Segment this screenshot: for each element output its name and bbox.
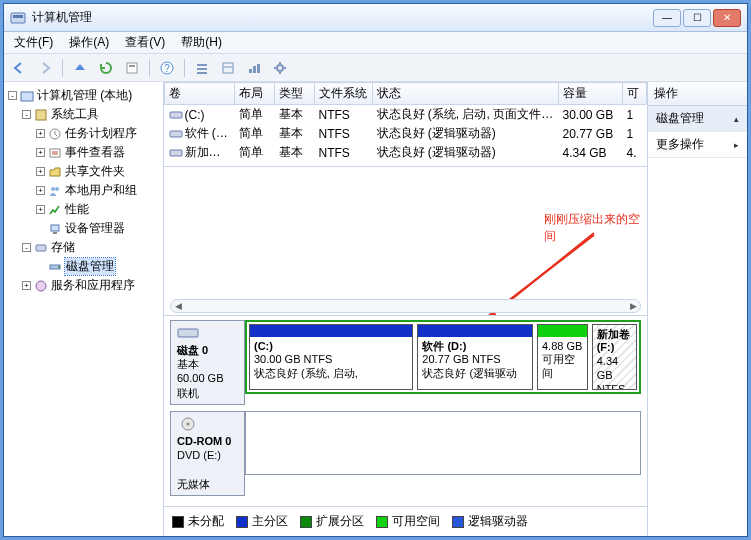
up-icon[interactable]	[71, 59, 89, 77]
close-button[interactable]: ✕	[713, 9, 741, 27]
tree-root[interactable]: -计算机管理 (本地)	[6, 86, 161, 105]
svg-point-20	[55, 187, 59, 191]
legend-extended: 扩展分区	[300, 513, 364, 530]
horizontal-scrollbar[interactable]: ◀ ▶	[170, 299, 641, 313]
window-buttons: — ☐ ✕	[653, 9, 741, 27]
partition-f[interactable]: 新加卷 (F:) 4.34 GB NTFS 状态良好 (逻辑驱	[592, 324, 637, 390]
app-window: 计算机管理 — ☐ ✕ 文件(F) 操作(A) 查看(V) 帮助(H) ? -计…	[3, 3, 748, 537]
minimize-button[interactable]: —	[653, 9, 681, 27]
tree-event-viewer[interactable]: +事件查看器	[34, 143, 161, 162]
collapse-icon: ▴	[734, 114, 739, 124]
toolbar-sep3	[184, 59, 185, 77]
settings-icon[interactable]	[271, 59, 289, 77]
cdrom-row[interactable]: CD-ROM 0 DVD (E:) 无媒体	[170, 411, 641, 496]
menu-action[interactable]: 操作(A)	[63, 32, 115, 53]
partition-d[interactable]: 软件 (D:) 20.77 GB NTFS 状态良好 (逻辑驱动	[417, 324, 533, 390]
menu-help[interactable]: 帮助(H)	[175, 32, 228, 53]
forward-icon[interactable]	[36, 59, 54, 77]
svg-rect-35	[178, 329, 198, 337]
scroll-left-icon[interactable]: ◀	[171, 301, 185, 311]
svg-rect-9	[223, 63, 233, 73]
volume-header-row: 卷 布局 类型 文件系统 状态 容量 可	[165, 83, 647, 105]
chevron-right-icon: ▸	[734, 140, 739, 150]
tree-services-apps[interactable]: +服务和应用程序	[20, 276, 161, 295]
actions-header: 操作	[648, 82, 747, 106]
col-free[interactable]: 可	[623, 83, 647, 105]
legend-logical: 逻辑驱动器	[452, 513, 528, 530]
svg-rect-21	[51, 225, 59, 231]
svg-point-25	[58, 266, 60, 268]
svg-rect-22	[53, 232, 57, 234]
tree-performance[interactable]: +性能	[34, 200, 161, 219]
tree-task-scheduler[interactable]: +任务计划程序	[34, 124, 161, 143]
tree-disk-management[interactable]: 磁盘管理	[34, 257, 161, 276]
svg-rect-2	[127, 63, 137, 73]
disk-0-partitions: (C:) 30.00 GB NTFS 状态良好 (系统, 启动, 软件 (D:)…	[245, 320, 641, 394]
cdrom-partitions	[245, 411, 641, 475]
view-detail-icon[interactable]	[219, 59, 237, 77]
actions-more[interactable]: 更多操作 ▸	[648, 132, 747, 158]
tree-local-users[interactable]: +本地用户和组	[34, 181, 161, 200]
svg-rect-6	[197, 64, 207, 66]
titlebar: 计算机管理 — ☐ ✕	[4, 4, 747, 32]
center-pane: 卷 布局 类型 文件系统 状态 容量 可 (C:) 简单 基本 NTFS 状态良…	[164, 82, 647, 536]
svg-point-19	[51, 187, 55, 191]
drive-icon	[169, 147, 183, 159]
disk-0-row[interactable]: 磁盘 0 基本 60.00 GB 联机 (C:) 30.00 GB NTFS 状…	[170, 320, 641, 405]
tree-shared-folders[interactable]: +共享文件夹	[34, 162, 161, 181]
col-layout[interactable]: 布局	[235, 83, 275, 105]
partition-header	[418, 325, 532, 337]
partition-header	[250, 325, 412, 337]
volume-row[interactable]: (C:) 简单 基本 NTFS 状态良好 (系统, 启动, 页面文件, 活动, …	[165, 105, 647, 125]
menu-view[interactable]: 查看(V)	[119, 32, 171, 53]
drive-icon	[169, 128, 183, 140]
back-icon[interactable]	[10, 59, 28, 77]
svg-rect-15	[21, 92, 33, 101]
menu-file[interactable]: 文件(F)	[8, 32, 59, 53]
svg-point-26	[36, 281, 46, 291]
svg-rect-13	[257, 64, 260, 73]
partition-header	[538, 325, 587, 337]
svg-point-14	[277, 65, 283, 71]
tree-system-tools[interactable]: -系统工具	[20, 105, 161, 124]
view-list-icon[interactable]	[193, 59, 211, 77]
col-type[interactable]: 类型	[275, 83, 315, 105]
volume-row[interactable]: 新加卷 ... 简单 基本 NTFS 状态良好 (逻辑驱动器) 4.34 GB …	[165, 143, 647, 162]
volume-row[interactable]: 软件 (D:) 简单 基本 NTFS 状态良好 (逻辑驱动器) 20.77 GB…	[165, 124, 647, 143]
app-icon	[10, 10, 26, 26]
svg-rect-18	[50, 149, 60, 157]
tree-root-label: 计算机管理 (本地)	[37, 87, 132, 104]
svg-rect-16	[36, 110, 46, 120]
col-cap[interactable]: 容量	[559, 83, 623, 105]
svg-rect-7	[197, 68, 207, 70]
legend-free: 可用空间	[376, 513, 440, 530]
svg-rect-12	[253, 66, 256, 73]
drive-icon	[169, 109, 183, 121]
col-fs[interactable]: 文件系统	[315, 83, 373, 105]
partition-c[interactable]: (C:) 30.00 GB NTFS 状态良好 (系统, 启动,	[249, 324, 413, 390]
svg-rect-3	[129, 65, 135, 67]
toolbar-sep2	[149, 59, 150, 77]
refresh-icon[interactable]	[97, 59, 115, 77]
volume-list[interactable]: 卷 布局 类型 文件系统 状态 容量 可 (C:) 简单 基本 NTFS 状态良…	[164, 82, 647, 167]
svg-rect-23	[36, 245, 46, 251]
tree-storage[interactable]: -存储	[20, 238, 161, 257]
menubar: 文件(F) 操作(A) 查看(V) 帮助(H)	[4, 32, 747, 54]
disk-0-label: 磁盘 0 基本 60.00 GB 联机	[170, 320, 245, 405]
col-status[interactable]: 状态	[373, 83, 559, 105]
maximize-button[interactable]: ☐	[683, 9, 711, 27]
center-gap: 刚刚压缩出来的空间 ◀ ▶	[164, 167, 647, 314]
cdrom-icon	[177, 416, 199, 432]
actions-section-diskmgmt[interactable]: 磁盘管理 ▴	[648, 106, 747, 132]
view-graph-icon[interactable]	[245, 59, 263, 77]
svg-rect-28	[170, 131, 182, 137]
properties-icon[interactable]	[123, 59, 141, 77]
partition-free[interactable]: 4.88 GB 可用空间	[537, 324, 588, 390]
disk-graphical-view: 磁盘 0 基本 60.00 GB 联机 (C:) 30.00 GB NTFS 状…	[164, 315, 647, 506]
tree-device-manager[interactable]: 设备管理器	[34, 219, 161, 238]
window-title: 计算机管理	[32, 9, 653, 26]
nav-tree[interactable]: -计算机管理 (本地) -系统工具 +任务计划程序 +事件查看器 +共享文件夹 …	[4, 82, 164, 536]
help-icon[interactable]: ?	[158, 59, 176, 77]
col-volume[interactable]: 卷	[165, 83, 235, 105]
scroll-right-icon[interactable]: ▶	[626, 301, 640, 311]
